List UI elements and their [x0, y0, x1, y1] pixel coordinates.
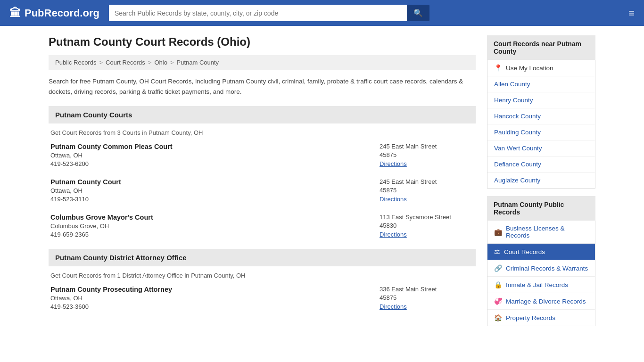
hamburger-button[interactable]: ≡ — [628, 7, 635, 19]
sidebar-county-item[interactable]: Paulding County — [487, 124, 595, 140]
pub-item-icon: 🔒 — [494, 281, 502, 288]
court-name: Columbus Grove Mayor's Court — [50, 214, 380, 221]
sidebar-pub-item[interactable]: 🔒 Inmate & Jail Records — [487, 277, 595, 293]
court-street: 245 East Main Street — [380, 178, 474, 185]
pub-item-label: Business Licenses & Records — [506, 225, 588, 239]
main-content: Putnam County Court Records (Ohio) Publi… — [49, 35, 476, 326]
court-entry-left: Columbus Grove Mayor's Court Columbus Gr… — [50, 214, 380, 239]
sidebar-county-item[interactable]: Van Wert County — [487, 140, 595, 156]
court-name: Putnam County Court — [50, 178, 380, 186]
pub-item-icon: 🔗 — [494, 264, 502, 272]
court-entry-right: 245 East Main Street 45875 Directions — [380, 178, 474, 204]
da-section-header: Putnam County District Attorney Office — [49, 249, 476, 266]
court-entry-right: 113 East Sycamore Street 45830 Direction… — [380, 214, 474, 239]
court-city: Ottawa, OH — [50, 152, 380, 159]
sidebar-county-item[interactable]: Henry County — [487, 92, 595, 108]
pub-item-icon: ⚖ — [494, 248, 500, 255]
da-zip: 45875 — [380, 294, 474, 301]
pub-item-icon: 💼 — [494, 228, 502, 236]
site-header: 🏛 PubRecord.org 🔍 ≡ — [0, 0, 644, 26]
da-directions-link[interactable]: Directions — [380, 303, 407, 310]
county-label: Auglaize County — [494, 177, 540, 184]
court-entry-left: Putnam County Common Pleas Court Ottawa,… — [50, 143, 380, 169]
pub-item-label: Court Records — [504, 248, 545, 255]
county-label: Allen County — [494, 81, 530, 88]
da-street: 336 East Main Street — [380, 286, 474, 293]
courts-list: Putnam County Common Pleas Court Ottawa,… — [49, 143, 476, 239]
court-entry: Putnam County Court Ottawa, OH 419-523-3… — [49, 178, 476, 204]
county-label: Henry County — [494, 97, 533, 104]
pub-item-label: Property Records — [506, 314, 555, 321]
sidebar-county-item[interactable]: Defiance County — [487, 156, 595, 173]
sidebar-county-item[interactable]: Allen County — [487, 76, 595, 92]
breadcrumb-ohio[interactable]: Ohio — [154, 59, 167, 66]
court-zip: 45875 — [380, 151, 474, 158]
pub-item-icon: 💞 — [494, 297, 502, 305]
sidebar-pub-item[interactable]: 💼 Business Licenses & Records — [487, 221, 595, 244]
location-icon: 📍 — [494, 64, 502, 72]
court-entry: Putnam County Common Pleas Court Ottawa,… — [49, 143, 476, 169]
breadcrumb-putnam-county: Putnam County — [177, 59, 219, 66]
court-entry: Columbus Grove Mayor's Court Columbus Gr… — [49, 214, 476, 239]
breadcrumb: Public Records > Court Records > Ohio > … — [49, 55, 476, 70]
court-zip: 45830 — [380, 222, 474, 229]
courts-subtext: Get Court Records from 3 Courts in Putna… — [49, 129, 476, 136]
directions-link[interactable]: Directions — [380, 160, 407, 167]
da-entry-left: Putnam County Prosecuting Attorney Ottaw… — [50, 286, 380, 312]
pub-item-label: Marriage & Divorce Records — [506, 298, 586, 305]
court-city: Columbus Grove, OH — [50, 222, 380, 230]
use-location-label: Use My Location — [506, 65, 553, 72]
page-container: Putnam County Court Records (Ohio) Publi… — [39, 26, 605, 336]
pub-item-label: Criminal Records & Warrants — [506, 265, 588, 272]
courts-section-header: Putnam County Courts — [49, 106, 476, 123]
sidebar-nearby-header: Court Records near Putnam County — [487, 35, 595, 60]
logo-icon: 🏛 — [9, 7, 21, 20]
directions-link[interactable]: Directions — [380, 231, 407, 238]
pub-item-label: Inmate & Jail Records — [506, 281, 568, 288]
court-zip: 45875 — [380, 187, 474, 194]
da-list: Putnam County Prosecuting Attorney Ottaw… — [49, 286, 476, 312]
logo-text: PubRecord.org — [25, 7, 99, 19]
county-label: Defiance County — [494, 161, 541, 168]
court-phone: 419-523-3110 — [50, 196, 380, 203]
da-name: Putnam County Prosecuting Attorney — [50, 286, 380, 293]
search-bar: 🔍 — [109, 5, 429, 21]
sidebar-pub-list: 💼 Business Licenses & Records ⚖ Court Re… — [487, 221, 595, 326]
search-input[interactable] — [109, 5, 407, 21]
pub-records-items: 💼 Business Licenses & Records ⚖ Court Re… — [487, 221, 595, 326]
directions-link[interactable]: Directions — [380, 196, 407, 203]
court-city: Ottawa, OH — [50, 187, 380, 194]
sidebar: Court Records near Putnam County 📍 Use M… — [487, 35, 595, 326]
sidebar-nearby-list: 📍 Use My Location Allen CountyHenry Coun… — [487, 60, 595, 189]
nearby-counties-list: Allen CountyHenry CountyHancock CountyPa… — [487, 76, 595, 188]
county-label: Van Wert County — [494, 145, 542, 152]
court-phone: 419-659-2365 — [50, 231, 380, 238]
da-entry: Putnam County Prosecuting Attorney Ottaw… — [49, 286, 476, 312]
pub-item-icon: 🏠 — [494, 314, 502, 321]
page-title: Putnam County Court Records (Ohio) — [49, 35, 476, 49]
court-phone: 419-523-6200 — [50, 160, 380, 167]
court-entry-right: 245 East Main Street 45875 Directions — [380, 143, 474, 169]
page-description: Search for free Putnam County, OH Court … — [49, 76, 476, 97]
da-city: Ottawa, OH — [50, 295, 380, 302]
sidebar-pub-item[interactable]: 💞 Marriage & Divorce Records — [487, 293, 595, 310]
da-phone: 419-523-3600 — [50, 303, 380, 310]
site-logo[interactable]: 🏛 PubRecord.org — [9, 7, 99, 20]
sidebar-county-item[interactable]: Auglaize County — [487, 173, 595, 188]
search-button[interactable]: 🔍 — [407, 5, 429, 21]
da-subtext: Get Court Records from 1 District Attorn… — [49, 272, 476, 279]
court-street: 245 East Main Street — [380, 143, 474, 150]
county-label: Hancock County — [494, 113, 541, 120]
sidebar-pub-item[interactable]: 🏠 Property Records — [487, 310, 595, 326]
breadcrumb-public-records[interactable]: Public Records — [55, 59, 96, 66]
sidebar-pub-item[interactable]: 🔗 Criminal Records & Warrants — [487, 260, 595, 277]
da-entry-right: 336 East Main Street 45875 Directions — [380, 286, 474, 312]
breadcrumb-court-records[interactable]: Court Records — [106, 59, 145, 66]
sidebar-county-item[interactable]: Hancock County — [487, 108, 595, 124]
sidebar-pub-item[interactable]: ⚖ Court Records — [487, 244, 595, 260]
court-name: Putnam County Common Pleas Court — [50, 143, 380, 150]
sidebar-pub-header: Putnam County Public Records — [487, 196, 595, 221]
sidebar-use-location[interactable]: 📍 Use My Location — [487, 60, 595, 76]
county-label: Paulding County — [494, 129, 541, 136]
court-entry-left: Putnam County Court Ottawa, OH 419-523-3… — [50, 178, 380, 204]
